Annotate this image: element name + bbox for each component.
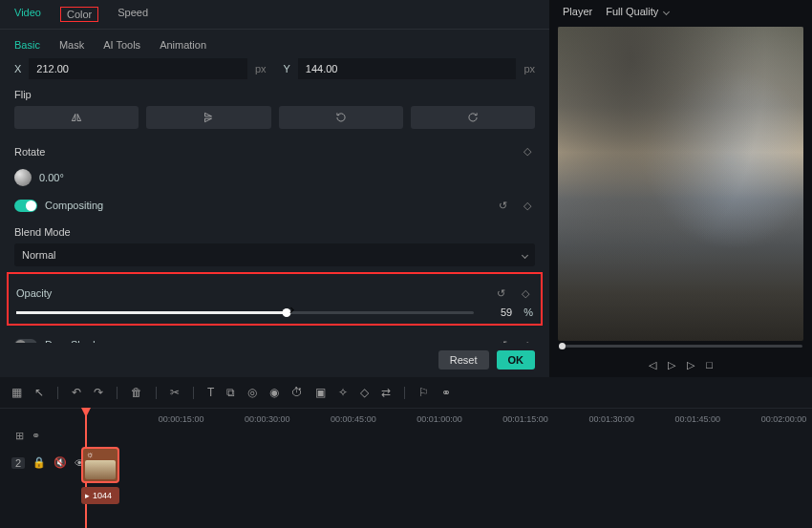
- rotate-ccw-icon: [334, 111, 348, 124]
- opacity-reset-button[interactable]: ↺: [493, 285, 508, 301]
- clip-play-icon: ▸: [85, 491, 90, 500]
- ruler-tick: 00:01:45:00: [675, 414, 721, 424]
- player-label: Player: [563, 6, 592, 17]
- chevron-down-icon: [522, 251, 528, 258]
- x-unit: px: [255, 63, 267, 74]
- ruler-tick: 00:00:30:00: [245, 414, 290, 424]
- ruler-tick: 00:02:00:00: [761, 414, 807, 424]
- y-input[interactable]: [298, 58, 517, 79]
- flip-vertical-button[interactable]: [146, 106, 270, 129]
- track-badge: 2: [11, 457, 25, 469]
- ruler-tick: 00:01:30:00: [588, 414, 634, 424]
- timer-tool[interactable]: ⏱: [291, 386, 303, 399]
- undo-button[interactable]: ↶: [72, 386, 81, 399]
- snap-button[interactable]: ⊞: [15, 430, 24, 442]
- effects-tool[interactable]: ◎: [247, 386, 257, 399]
- player-quality-value: Full Quality: [606, 6, 658, 17]
- secondary-tabs: Basic Mask AI Tools Animation: [0, 30, 549, 58]
- track-mute-button[interactable]: 🔇: [53, 456, 67, 469]
- opacity-section: Opacity ↺ ◇ 59 %: [7, 272, 543, 326]
- rotate-label: Rotate: [14, 146, 45, 158]
- timeline-clip[interactable]: ▸ 1044: [81, 487, 119, 504]
- y-label: Y: [284, 63, 290, 74]
- color-tool[interactable]: ▣: [315, 386, 326, 399]
- link-clips-button[interactable]: ⚭: [32, 430, 40, 442]
- rotate-keyframe-button[interactable]: ◇: [520, 143, 535, 158]
- keyframe-tool[interactable]: ◇: [360, 386, 369, 399]
- tab-ai-tools[interactable]: AI Tools: [103, 39, 140, 51]
- flip-label: Flip: [14, 89, 535, 100]
- x-label: X: [14, 63, 21, 74]
- play-outlined-button[interactable]: ▷: [668, 359, 675, 371]
- stop-button[interactable]: □: [706, 359, 713, 371]
- link-tool[interactable]: ⚭: [441, 386, 451, 399]
- rotate-value: 0.00°: [39, 172, 64, 183]
- prev-frame-button[interactable]: ◁: [649, 359, 656, 371]
- compositing-reset-button[interactable]: ↺: [495, 198, 510, 213]
- adjust-tool[interactable]: ⇄: [381, 386, 391, 399]
- preview-viewport[interactable]: [558, 27, 803, 341]
- chevron-down-icon: [663, 8, 670, 14]
- speed-tool[interactable]: ◉: [269, 386, 279, 399]
- tool-select[interactable]: ▦: [11, 386, 22, 399]
- text-tool[interactable]: T: [207, 386, 214, 399]
- ruler-tick: 00:01:15:00: [502, 414, 548, 424]
- opacity-slider[interactable]: [16, 311, 474, 314]
- rotate-ccw-button[interactable]: [279, 106, 403, 129]
- compositing-toggle[interactable]: [14, 200, 37, 212]
- player-quality-select[interactable]: Full Quality: [606, 6, 669, 17]
- timeline-clip[interactable]: ☼ Lens: [81, 447, 119, 483]
- timeline-toolbar: ▦ ↖ ↶ ↷ 🗑 ✂ T ⧉ ◎ ◉ ⏱ ▣ ✧ ◇ ⇄ ⚐ ⚭: [0, 377, 812, 409]
- rotate-cw-button[interactable]: [411, 106, 535, 129]
- opacity-value: 59: [485, 306, 512, 318]
- tool-pointer[interactable]: ↖: [34, 386, 44, 399]
- flip-h-icon: [70, 111, 83, 124]
- playhead-bar[interactable]: [559, 345, 802, 348]
- delete-button[interactable]: 🗑: [131, 386, 142, 399]
- ruler-tick: 00:00:15:00: [159, 414, 204, 424]
- blend-label: Blend Mode: [14, 226, 535, 238]
- reset-button[interactable]: Reset: [438, 350, 489, 370]
- opacity-label: Opacity: [16, 287, 52, 299]
- flip-v-icon: [202, 111, 215, 124]
- primary-tabs: Video Color Speed: [0, 0, 549, 30]
- blend-mode-select[interactable]: Normal: [14, 243, 535, 266]
- flip-horizontal-button[interactable]: [14, 106, 139, 129]
- tab-basic[interactable]: Basic: [14, 39, 40, 51]
- x-input[interactable]: [29, 58, 247, 79]
- marker-tool[interactable]: ⚐: [418, 386, 429, 399]
- ruler-tick: 00:01:00:00: [417, 414, 462, 424]
- opacity-keyframe-button[interactable]: ◇: [518, 285, 533, 301]
- rotate-cw-icon: [466, 111, 480, 124]
- play-button[interactable]: ▷: [687, 359, 694, 371]
- tab-animation[interactable]: Animation: [160, 39, 206, 51]
- tab-mask[interactable]: Mask: [59, 39, 84, 51]
- enhance-tool[interactable]: ✧: [338, 386, 348, 399]
- tab-video[interactable]: Video: [14, 7, 41, 22]
- drop-shadow-toggle[interactable]: [14, 339, 37, 344]
- opacity-unit: %: [524, 306, 533, 318]
- clip-label: 1044: [93, 491, 112, 500]
- cut-button[interactable]: ✂: [170, 386, 180, 399]
- tab-color[interactable]: Color: [60, 7, 98, 22]
- ok-button[interactable]: OK: [497, 350, 536, 370]
- y-unit: px: [524, 63, 535, 74]
- rotate-knob[interactable]: [14, 169, 32, 186]
- ruler-tick: 00:00:45:00: [331, 414, 376, 424]
- blend-mode-value: Normal: [22, 249, 55, 261]
- tab-speed[interactable]: Speed: [118, 7, 148, 22]
- clip-sun-icon: ☼: [86, 450, 94, 459]
- compositing-label: Compositing: [45, 200, 103, 211]
- timeline-ruler[interactable]: 00:00:15:00 00:00:30:00 00:00:45:00 00:0…: [83, 409, 801, 433]
- redo-button[interactable]: ↷: [94, 386, 103, 399]
- compositing-keyframe-button[interactable]: ◇: [520, 198, 535, 213]
- track-lock-button[interactable]: 🔒: [32, 456, 46, 469]
- crop-tool[interactable]: ⧉: [226, 386, 235, 399]
- timeline: ⊞ ⚭ 00:00:15:00 00:00:30:00 00:00:45:00 …: [0, 409, 812, 528]
